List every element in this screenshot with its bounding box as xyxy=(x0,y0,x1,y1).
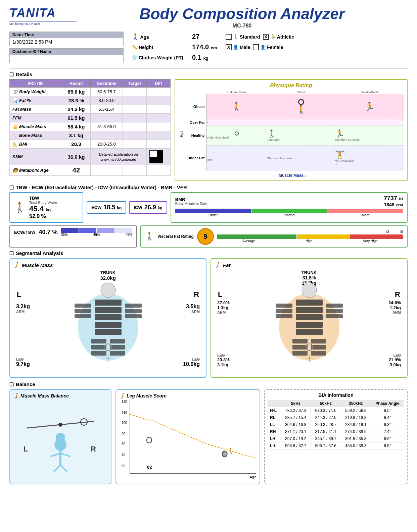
x-label-thin-muscular: Thin and Muscular xyxy=(267,157,292,160)
muscle-icon: 💪 xyxy=(12,124,18,129)
row-bone-mass: 🦴 Bone Mass 3.1 kg xyxy=(10,131,171,140)
visceral-label: Visceral Fat Rating xyxy=(157,234,194,239)
header: TANITA Monitoring Your Health Body Compo… xyxy=(9,6,408,29)
bia-col-phase: Phase Angle xyxy=(371,400,404,407)
leg-score-value: 82 xyxy=(147,465,152,470)
fat-pct-desirable: 8.0-20.0 xyxy=(90,96,123,105)
ruler-icon: 📏 xyxy=(132,45,137,50)
tbw-row: 🚶 TBW Total Body Water 45.4 kg 52.9 % EC… xyxy=(9,192,408,223)
muscle-r-label: R xyxy=(194,290,199,299)
bia-col-250khz: 250kHz xyxy=(341,400,371,407)
x-label-very-muscular: Very Muscular xyxy=(335,159,404,162)
muscle-balance-figure: L R xyxy=(13,401,107,475)
svg-rect-9 xyxy=(75,314,91,318)
muscle-seg-icon: 🚶 xyxy=(13,262,20,268)
fat-body-svg xyxy=(259,280,360,374)
fat-left-leg-pct: 23.3% xyxy=(217,357,230,362)
svg-point-23 xyxy=(302,283,317,298)
fat-left-arm-value: 1.3kg xyxy=(217,305,230,310)
bia-val-250khz: 301.9 / 35.8 xyxy=(341,435,371,442)
bia-val-5khz: 285.7 / 15.4 xyxy=(281,414,311,421)
physique-row-obese: Obese 🚶 🚶 🏃 xyxy=(186,94,404,119)
svg-text:L: L xyxy=(24,445,28,453)
ecw-icw-wrap: ECW 18.5 kg ICW 26.9 kg xyxy=(87,192,167,223)
row-fat-pct: 📊 Fat % 28.3 % 8.0-20.0 xyxy=(10,96,171,105)
muscle-left-arm-area: 3.2kg ARM xyxy=(16,304,30,314)
visceral-bar-labels: Average High Very High xyxy=(217,239,403,243)
fat-right-leg-pct: 21.9% xyxy=(388,357,401,362)
svg-rect-36 xyxy=(292,345,308,350)
tbw-value: 45.4 kg xyxy=(29,205,57,213)
clothes-value: 0.1 kg xyxy=(189,52,223,63)
ffm-result: 61.5 kg xyxy=(62,114,91,122)
muscle-left-arm-value: 3.2kg xyxy=(16,304,30,310)
bone-icon: 🦴 xyxy=(12,133,18,138)
customer-box: Customer-ID / Name xyxy=(9,48,124,63)
bia-val-250khz: 455.0 / 39.3 xyxy=(341,442,371,449)
muscle-balance-title: 🚶 Muscle Mass Balance xyxy=(13,393,107,398)
muscle-mass-axis-label: Muscle Mass xyxy=(279,173,304,178)
date-value: 1/30/2022 2:53 PM xyxy=(10,38,123,46)
age-row: 🚶 Age 27 🚶 Standard xyxy=(129,32,408,42)
physique-row-underfat: Under Fat − Thin Thin and Muscular 🏋️ xyxy=(186,145,404,171)
row-ffm: FFM 61.5 kg xyxy=(10,114,171,122)
svg-rect-37 xyxy=(292,351,308,356)
bmr-bar-labels: Under Normal More xyxy=(175,213,403,217)
figure-standard: 🚶 xyxy=(267,129,276,138)
ecwtbw-bar-labels: 35% 40% ▲ 45% xyxy=(61,233,132,236)
svg-rect-14 xyxy=(91,345,106,350)
leg-score-chart: 120 110 100 90 80 70 60 xyxy=(130,400,256,474)
ecwtbw-bar-seg3 xyxy=(97,228,114,233)
physique-row-healthy: Healthy Under Exercised 🚶 Standard xyxy=(186,125,404,145)
svg-rect-13 xyxy=(91,339,106,343)
weight-icon: ⚖️ xyxy=(12,89,18,94)
segmental-muscle-box: 🚶 Muscle Mass TRUNK 32.0kg L R xyxy=(9,258,206,378)
col-solidly-build: Solidly-Build xyxy=(335,91,404,94)
bia-val-5khz: 593.6 / 32.7 xyxy=(281,442,311,449)
visceral-bar-veryhigh xyxy=(350,234,403,239)
muscle-mass-result: 58.4 kg xyxy=(62,122,91,131)
bone-mass-result: 3.1 kg xyxy=(62,131,91,140)
customer-value xyxy=(10,55,123,63)
gender-checkbox-group: 👤 Male 👤 Female xyxy=(226,44,405,50)
info-right: 🚶 Age 27 🚶 Standard xyxy=(129,32,408,65)
muscle-balance-box: 🚶 Muscle Mass Balance xyxy=(9,389,111,484)
ecwtbw-bar-seg2 xyxy=(79,228,96,233)
svg-rect-31 xyxy=(276,314,292,318)
leg-score-box: 🚶 Leg Muscle Score 120 110 100 90 80 70 … xyxy=(115,389,260,484)
svg-point-56 xyxy=(147,437,152,443)
ecwtbw-visceral-row: ECW/TBW 40.7 % 35% 40% xyxy=(9,225,408,248)
bmr-sub: Basal Metabolic Rate xyxy=(175,202,207,206)
ecw-label: ECW xyxy=(91,205,101,210)
bia-table: 5kHz 50kHz 250kHz Phase Angle H-L 730.2 … xyxy=(268,400,404,449)
fat-right-arm-area: 24.6% 1.2kg ARM xyxy=(388,300,401,314)
fat-right-arm-pct: 24.6% xyxy=(388,300,401,305)
bia-row: RL 285.7 / 15.4 244.3 / 27.5 219.8 / 18.… xyxy=(268,414,404,421)
col-diff: Diff xyxy=(146,79,170,88)
male-checkbox-box xyxy=(226,44,232,50)
icw-box: ICW 26.9 kg xyxy=(129,201,167,214)
metabolic-age-result: 42 xyxy=(62,165,91,176)
fat-right-leg-area: LEG 21.9% 3.0kg xyxy=(388,353,401,367)
bia-val-250khz: 274.0 / 38.9 xyxy=(341,428,371,435)
muscle-left-arm-label: ARM xyxy=(16,310,30,314)
qr-code xyxy=(149,150,163,163)
chart-x-label: Age xyxy=(249,475,256,479)
clothes-row: 👕 Clothes Weight (PT) 0.1 kg xyxy=(129,52,408,63)
athletic-checkbox-box xyxy=(263,34,269,40)
female-icon: 👤 xyxy=(260,45,266,50)
physique-row-overfat: Over Fat + xyxy=(186,119,404,125)
male-checkbox: 👤 Male xyxy=(226,44,250,50)
bmr-bar-normal xyxy=(251,209,327,213)
fat-pct-result: 28.3 % xyxy=(62,96,91,105)
muscle-right-arm-label: ARM xyxy=(186,310,200,314)
bia-row: RH 371.1 / 20.1 317.5 / 41.1 274.0 / 38.… xyxy=(268,428,404,435)
row-bmi: 📐 BMI 28.3 20.0-25.0 xyxy=(10,140,171,149)
bmi-desirable: 20.0-25.0 xyxy=(90,140,123,149)
fat-mass-desirable: 5.3-15.4 xyxy=(90,105,123,114)
age-icon: 🧑 xyxy=(12,168,18,173)
bmr-label: BMR xyxy=(175,197,207,202)
info-left: Date / Time 1/30/2022 2:53 PM Customer-I… xyxy=(9,32,124,65)
model-name: MC-780 xyxy=(77,23,408,29)
mode-checkbox-group: 🚶 Standard 🏃 Athletic xyxy=(226,34,405,40)
